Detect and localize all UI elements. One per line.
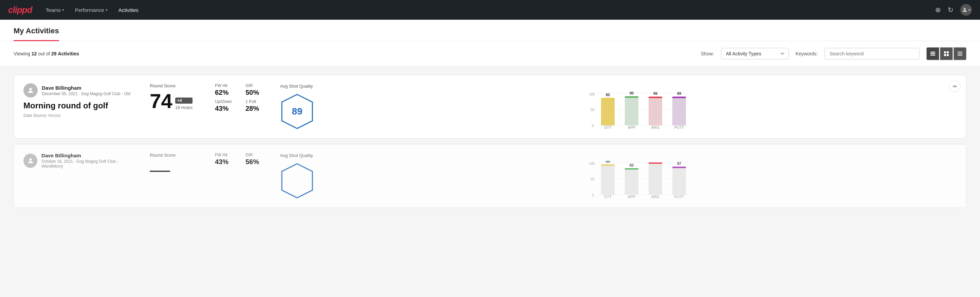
edit-button[interactable]: ✏ (949, 81, 961, 92)
svg-rect-53 (625, 168, 638, 169)
fw-hit-value: 62% (215, 89, 239, 96)
gir-stat: GIR 56% (245, 153, 269, 166)
svg-rect-37 (672, 97, 686, 98)
activity-card: ✏ Dave Billingham December 05, 2021 · Go… (14, 75, 966, 139)
score-details: +4 18 Holes (175, 97, 192, 112)
fw-hit-stat: FW Hit 43% (215, 153, 239, 166)
add-icon[interactable]: ⊕ (935, 6, 941, 14)
svg-text:89: 89 (677, 91, 681, 96)
grid-view-button[interactable] (940, 47, 953, 60)
user-date: October 16, 2021 · Gog Magog Golf Club -… (41, 159, 139, 169)
teams-chevron-icon: ▾ (62, 8, 64, 12)
bar-chart-svg-2: 100 50 0 94 OTT 82 APP (324, 161, 956, 198)
keywords-label: Keywords: (795, 51, 818, 56)
fw-hit-label: FW Hit (215, 153, 239, 157)
svg-rect-49 (601, 164, 615, 166)
svg-rect-8 (958, 52, 963, 52)
up-down-value: 43% (215, 105, 239, 112)
up-down-stat: Up/Down 43% (215, 99, 239, 112)
svg-rect-21 (601, 98, 615, 125)
user-row: Dave Billingham December 05, 2021 · Gog … (24, 83, 139, 97)
svg-text:87: 87 (677, 161, 681, 166)
shot-quality-section: Avg Shot Quality 89 100 50 0 (280, 83, 956, 130)
svg-text:50: 50 (590, 177, 595, 181)
show-label: Show: (701, 51, 714, 56)
filter-bar: Viewing 12 out of 29 Activities Show: Al… (0, 41, 980, 67)
svg-text:APP: APP (628, 125, 635, 129)
stats-section: FW Hit 43% GIR 56% (215, 153, 269, 166)
gir-label: GIR (245, 83, 269, 88)
viewing-text: Viewing 12 out of 29 Activities (14, 51, 694, 56)
svg-text:PUTT: PUTT (675, 125, 684, 129)
user-info: Dave Billingham October 16, 2021 · Gog M… (41, 153, 139, 169)
list-view-button[interactable] (926, 47, 939, 60)
activity-type-select[interactable]: All Activity Types (721, 48, 789, 59)
svg-text:100: 100 (589, 93, 595, 96)
svg-rect-1 (931, 52, 935, 53)
gir-label: GIR (245, 153, 269, 157)
keyword-search-input[interactable] (824, 48, 920, 59)
svg-text:94: 94 (606, 161, 610, 163)
score-placeholder (150, 171, 170, 172)
hex-score: 89 (292, 106, 302, 117)
svg-rect-32 (649, 97, 662, 98)
bar-chart-svg: 100 50 0 85 OTT (324, 91, 956, 129)
one-putt-value: 28% (245, 105, 269, 112)
score-holes: 18 Holes (175, 105, 192, 110)
score-number: 74 (150, 91, 172, 112)
score-main (150, 160, 204, 172)
card-left: Dave Billingham December 05, 2021 · Gog … (24, 83, 139, 118)
up-down-label: Up/Down (215, 99, 239, 104)
activity-card: Dave Billingham October 16, 2021 · Gog M… (14, 144, 966, 208)
fw-hit-stat: FW Hit 62% (215, 83, 239, 96)
svg-text:PUTT: PUTT (675, 195, 684, 198)
svg-rect-3 (931, 55, 935, 56)
svg-text:ARG: ARG (651, 195, 659, 198)
svg-rect-27 (625, 96, 638, 98)
svg-rect-56 (649, 163, 662, 195)
user-avatar-btn[interactable]: ▾ (960, 4, 972, 16)
svg-rect-48 (601, 164, 615, 195)
shot-quality-wrapper: Avg Shot Quality 89 (280, 84, 314, 130)
one-putt-label: 1 Putt (245, 99, 269, 104)
svg-rect-36 (672, 97, 686, 126)
avg-shot-label: Avg Shot Quality (280, 153, 314, 158)
svg-rect-24 (601, 98, 615, 99)
svg-marker-41 (282, 164, 312, 198)
svg-text:50: 50 (590, 108, 595, 112)
svg-text:APP: APP (628, 195, 635, 198)
user-row: Dave Billingham October 16, 2021 · Gog M… (24, 153, 139, 169)
svg-rect-57 (649, 163, 662, 164)
svg-point-12 (29, 88, 32, 90)
navbar: clippd Teams ▾ Performance ▾ Activities … (0, 0, 980, 20)
compact-view-button[interactable] (953, 47, 966, 60)
nav-activities[interactable]: Activities (119, 6, 138, 14)
performance-chevron-icon: ▾ (106, 8, 108, 12)
round-score-label: Round Score (150, 153, 204, 158)
app-logo[interactable]: clippd (8, 5, 32, 15)
avg-shot-label: Avg Shot Quality (280, 84, 314, 89)
svg-rect-52 (625, 168, 638, 195)
activity-title: Morning round of golf (24, 101, 139, 110)
fw-hit-value: 43% (215, 158, 239, 166)
svg-rect-7 (947, 54, 949, 56)
svg-rect-31 (649, 97, 662, 126)
svg-rect-6 (944, 54, 946, 56)
user-name: Dave Billingham (41, 153, 139, 158)
bar-chart-area: 100 50 0 85 OTT (324, 83, 956, 130)
svg-text:106: 106 (652, 161, 659, 161)
svg-point-40 (29, 158, 32, 160)
svg-text:89: 89 (653, 91, 657, 96)
score-main: 74 +4 18 Holes (150, 91, 204, 112)
svg-text:82: 82 (630, 163, 634, 167)
nav-teams[interactable]: Teams ▾ (46, 6, 64, 14)
stats-section: FW Hit 62% GIR 50% Up/Down 43% 1 Putt 28… (215, 83, 269, 112)
avatar (24, 153, 37, 168)
fw-hit-label: FW Hit (215, 83, 239, 88)
navbar-right: ⊕ ↻ ▾ (935, 4, 972, 16)
svg-rect-2 (931, 53, 935, 54)
refresh-icon[interactable]: ↻ (948, 6, 953, 14)
nav-performance[interactable]: Performance ▾ (75, 6, 108, 14)
svg-rect-9 (958, 53, 963, 54)
round-score-section: Round Score 74 +4 18 Holes (150, 83, 204, 112)
